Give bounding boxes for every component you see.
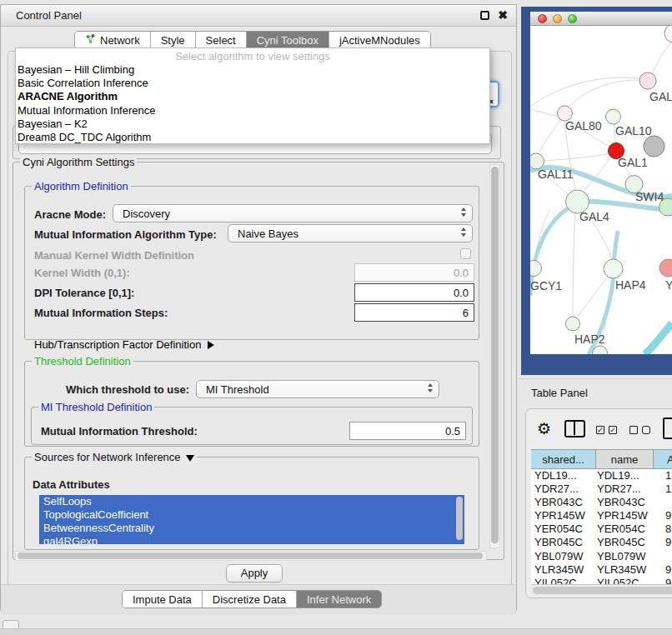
- network-canvas[interactable]: GALGAL80GAL10GAL1GAL11SWI4GAL4GCY1HAP4YH…: [530, 26, 672, 354]
- kernel-width-field[interactable]: 0.0: [354, 263, 474, 282]
- network-node[interactable]: [606, 109, 621, 124]
- apply-button[interactable]: Apply: [226, 564, 283, 582]
- network-node[interactable]: [659, 259, 672, 277]
- table-cell: YLR345W: [534, 563, 584, 576]
- attribute-list-item[interactable]: gal4RGexp: [39, 535, 464, 544]
- deselect-all-checkboxes-icon[interactable]: [629, 426, 650, 434]
- table-row[interactable]: YDR27...YDR27...12: [531, 482, 672, 496]
- attribute-list-item[interactable]: TopologicalCoefficient: [39, 508, 464, 522]
- network-node[interactable]: [644, 136, 664, 157]
- mi-type-value: Naive Bayes: [238, 228, 298, 240]
- algorithm-option[interactable]: Bayesian – K2: [16, 118, 489, 131]
- table-row[interactable]: YBR043CYBR043C: [531, 496, 672, 509]
- screen: Control Panel ✖ NetworkStyleSelectCyni T…: [0, 0, 672, 635]
- table-row[interactable]: YLR345WYLR345W9.: [531, 563, 672, 577]
- network-edge[interactable]: [538, 118, 562, 155]
- settings-vertical-scrollbar[interactable]: [489, 164, 500, 548]
- close-icon[interactable]: ✖: [498, 8, 508, 22]
- algorithm-option[interactable]: Dream8 DC_TDC Algorithm: [16, 131, 489, 144]
- zoom-traffic-light-icon[interactable]: [568, 14, 577, 23]
- algorithm-option[interactable]: Basic Correlation Inference: [16, 77, 489, 90]
- collapse-icon[interactable]: [186, 455, 194, 462]
- mi-threshold-field[interactable]: 0.5: [349, 422, 466, 440]
- select-all-checkboxes-icon[interactable]: ✓✓: [596, 426, 617, 434]
- which-threshold-combobox[interactable]: MI Threshold: [196, 380, 439, 398]
- table-horizontal-scrollbar[interactable]: [531, 584, 672, 595]
- network-edge[interactable]: [530, 109, 559, 117]
- float-window-icon[interactable]: [480, 11, 489, 20]
- network-node[interactable]: [566, 317, 580, 331]
- network-edge-thick[interactable]: [644, 323, 672, 354]
- tab-discretize-data[interactable]: Discretize Data: [202, 591, 296, 608]
- tab-select[interactable]: Select: [195, 32, 246, 48]
- which-threshold-label: Which threshold to use:: [66, 383, 189, 396]
- tab-impute-data[interactable]: Impute Data: [123, 591, 202, 608]
- expand-icon[interactable]: [208, 341, 214, 349]
- network-node[interactable]: [639, 72, 656, 89]
- hub-section-label[interactable]: Hub/Transcription Factor Definition: [34, 338, 214, 351]
- table-cell: YBR043C: [597, 496, 645, 508]
- split-columns-icon[interactable]: [564, 420, 585, 438]
- attribute-list-item[interactable]: SelfLoops: [39, 495, 464, 508]
- settings-horizontal-scrollbar[interactable]: [15, 551, 487, 561]
- minimize-traffic-light-icon[interactable]: [553, 14, 562, 23]
- network-edge[interactable]: [649, 40, 672, 79]
- table-row[interactable]: YIL052CYIL052C9: [531, 577, 672, 584]
- mi-type-label: Mutual Information Algorithm Type:: [34, 228, 217, 241]
- table-body[interactable]: YDL19...YDL19...13YDR27...YDR27...12YBR0…: [531, 469, 672, 584]
- tab-network[interactable]: Network: [75, 32, 150, 48]
- table-panel-title: Table Panel: [531, 387, 588, 399]
- table-cell: 13: [665, 469, 672, 482]
- table-row[interactable]: YPR145WYPR145W9.: [531, 509, 672, 522]
- table-row[interactable]: YBR045CYBR045C9.: [531, 536, 672, 549]
- algorithm-option[interactable]: Mutual Information Inference: [16, 104, 489, 118]
- table-row[interactable]: YER054CYER054C8.: [531, 522, 672, 536]
- document-icon[interactable]: [663, 418, 672, 439]
- table-cell: YLR345W: [597, 563, 646, 576]
- network-edge[interactable]: [577, 276, 609, 318]
- network-node[interactable]: [604, 259, 623, 278]
- table-cell: YIL052C: [597, 577, 639, 584]
- network-edge[interactable]: [542, 153, 610, 161]
- network-node-label: GAL4: [579, 210, 609, 223]
- tab-label: Infer Network: [307, 593, 371, 606]
- network-edge[interactable]: [573, 212, 575, 317]
- table-cell: YBR045C: [534, 536, 583, 548]
- threshold-definition-title: Threshold Definition: [32, 355, 133, 368]
- tab-style[interactable]: Style: [150, 32, 195, 48]
- data-attributes-list[interactable]: SelfLoopsTopologicalCoefficientBetweenne…: [39, 495, 464, 544]
- manual-kernel-checkbox[interactable]: [460, 248, 471, 259]
- tab-infer-network[interactable]: Infer Network: [296, 591, 381, 608]
- table-row[interactable]: YBL079WYBL079W: [531, 550, 672, 563]
- network-node[interactable]: [664, 26, 672, 42]
- network-window-titlebar[interactable]: [530, 12, 672, 26]
- table-header: shared...nameA: [531, 449, 672, 469]
- network-node[interactable]: [530, 261, 542, 277]
- table-column-header[interactable]: A: [653, 450, 672, 468]
- algorithm-option[interactable]: Bayesian – Hill Climbing: [16, 63, 489, 77]
- dpi-tolerance-field[interactable]: 0.0: [354, 283, 474, 302]
- network-graph[interactable]: GALGAL80GAL10GAL1GAL11SWI4GAL4GCY1HAP4YH…: [530, 26, 672, 354]
- gear-icon[interactable]: ⚙: [537, 419, 551, 438]
- tab-label: Cyni Toolbox: [257, 34, 318, 47]
- mi-steps-field[interactable]: 6: [354, 303, 474, 322]
- tab-jactivemnodules[interactable]: jActiveMNodules: [328, 32, 430, 48]
- network-edge[interactable]: [530, 78, 648, 107]
- mi-type-combobox[interactable]: Naive Bayes: [228, 224, 473, 242]
- aracne-mode-combobox[interactable]: Discovery: [113, 204, 473, 222]
- tab-label: Select: [206, 34, 236, 47]
- network-edge[interactable]: [565, 80, 647, 111]
- network-node-label: HAP2: [574, 332, 605, 346]
- close-traffic-light-icon[interactable]: [538, 14, 547, 23]
- table-column-header[interactable]: shared...: [531, 450, 595, 468]
- algorithm-option[interactable]: ARACNE Algorithm: [16, 90, 489, 103]
- network-node-label: GCY1: [530, 279, 562, 292]
- tab-cyni-toolbox[interactable]: Cyni Toolbox: [246, 32, 328, 48]
- table-row[interactable]: YDL19...YDL19...13: [531, 469, 672, 482]
- table-column-header[interactable]: name: [595, 450, 653, 468]
- attribute-list-item[interactable]: BetweennessCentrality: [39, 522, 464, 535]
- table-cell: YPR145W: [534, 509, 585, 522]
- sources-group-title[interactable]: Sources for Network Inference: [32, 451, 197, 463]
- attribute-list-scrollbar[interactable]: [455, 496, 464, 542]
- table-cell: YDL19...: [534, 469, 577, 482]
